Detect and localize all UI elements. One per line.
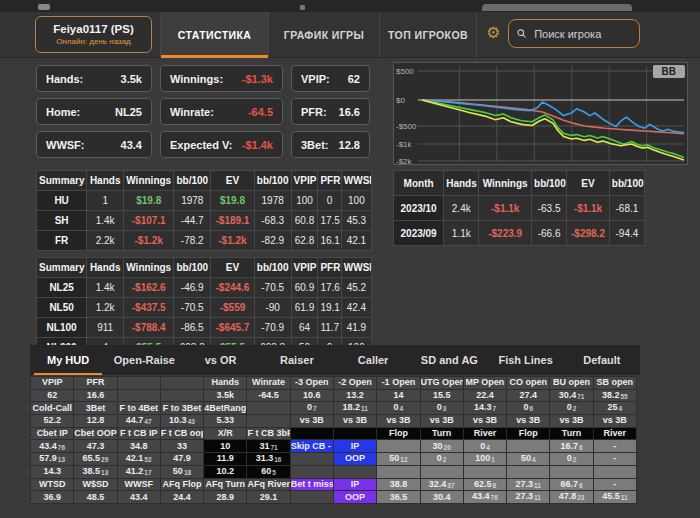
summary-row: NL501.2k-$437.5-70.5-$559-9061.919.142.4: [37, 298, 372, 318]
hud-cell: Winrate: [247, 377, 290, 390]
hud-cell: 07: [290, 402, 333, 415]
hud-cell: 02: [550, 402, 593, 415]
table-cell: -78.2: [174, 231, 211, 251]
hud-cell: River: [463, 427, 506, 440]
hud-tab-caller[interactable]: Caller: [335, 345, 411, 375]
tab-game-graph[interactable]: ГРАФИК ИГРЫ: [269, 12, 380, 57]
hud-cell: 254: [593, 402, 636, 415]
hud-cell: 65.529: [74, 453, 117, 466]
summary-row: FR2.2k-$1.2k-78.2-$1.2k-82.962.816.142.1: [37, 231, 372, 251]
stat-box-pfr: PFR:16.6: [291, 98, 370, 125]
hud-cell: 62.58: [463, 478, 506, 491]
hud-cell: OOP: [333, 453, 376, 466]
column-header: Hands: [87, 258, 124, 278]
hud-cell: Turn: [420, 427, 463, 440]
column-header: Hands: [444, 171, 479, 196]
hud-cell: Skip CB - F: [290, 440, 333, 453]
hud-cell: 22.4: [463, 389, 506, 402]
hud-tab-open-raise[interactable]: Open-Raise: [106, 345, 182, 375]
hud-cell-empty: [247, 402, 290, 415]
table-cell: -$788.4: [124, 318, 174, 338]
hud-cell-empty: [377, 440, 420, 453]
header-bar: Feiya0117 (PS) Онлайн: день назад СТАТИС…: [0, 12, 700, 58]
table-cell: -70.9: [254, 318, 291, 338]
tab-top-players[interactable]: ТОП ИГРОКОВ: [380, 12, 477, 57]
stat-value: -$1.4k: [242, 139, 273, 151]
hud-cell: 38.8: [377, 478, 420, 491]
hud-cell: 43.476: [463, 491, 506, 504]
hud-cell: vs 3B: [507, 415, 550, 428]
hud-cell-empty: [290, 491, 333, 504]
row-label: NL100: [37, 318, 87, 338]
column-header: VPIP: [291, 258, 318, 278]
search-input[interactable]: [532, 27, 631, 41]
hud-cell: 33: [160, 440, 203, 453]
hud-cell: Turn: [550, 427, 593, 440]
player-card[interactable]: Feiya0117 (PS) Онлайн: день назад: [35, 16, 152, 53]
hud-cell: 27.4: [507, 389, 550, 402]
table-cell: -68.3: [254, 211, 291, 231]
table-cell: 100: [341, 191, 371, 211]
table-cell: 100: [291, 191, 318, 211]
hud-cell: AFq Turn: [204, 478, 247, 491]
table-cell: -82.9: [254, 231, 291, 251]
hud-cell: Hands: [204, 377, 247, 390]
hud-cell: WWSF: [117, 478, 160, 491]
hud-cell: Bet t miss: [290, 478, 333, 491]
hud-cell-empty: [333, 427, 376, 440]
hud-cell: CO open: [507, 377, 550, 390]
stats-panel: Hands:3.5kWinnings:-$1.3kVPIP:62Home:NL2…: [36, 65, 370, 158]
table-cell: 45.3: [341, 211, 371, 231]
table-cell: 1978: [254, 191, 291, 211]
top-strip: [0, 0, 700, 12]
column-header: bb/100: [174, 258, 211, 278]
hud-cell: 5018: [160, 465, 203, 478]
table-cell: 0: [318, 191, 341, 211]
search-icon: [517, 28, 526, 39]
hud-tab-sd-and-ag[interactable]: SD and AG: [411, 345, 487, 375]
table-cell: 16.1: [318, 231, 341, 251]
summary-row: HU1$19.81978$19.819781000100: [37, 191, 372, 211]
hud-row: 6216.63.5k-64.510.613.21415.522.427.430.…: [31, 389, 637, 402]
data-table: SummaryHandsWinningsbb/100EVbb/100VPIPPF…: [36, 257, 372, 358]
hud-cell: 41.217: [117, 465, 160, 478]
table-cell: 17.6: [318, 278, 341, 298]
stat-value: 3.5k: [121, 73, 142, 85]
table-cell: -$1.1k: [567, 196, 610, 221]
hud-tab-fish-lines[interactable]: Fish Lines: [488, 345, 564, 375]
search-box[interactable]: [508, 19, 640, 48]
hud-cell: vs 3B: [333, 415, 376, 428]
y-axis-tick-label: -$500: [396, 122, 417, 131]
player-status: Онлайн: день назад: [56, 37, 131, 47]
window-searchbar-fragment: [482, 4, 632, 11]
hud-cell-empty: [290, 465, 333, 478]
stat-label: Winrate:: [170, 106, 214, 118]
hud-tab-default[interactable]: Default: [564, 345, 640, 375]
hud-cell: River: [593, 427, 636, 440]
column-header: EV: [211, 258, 255, 278]
hud-cell: 57.913: [31, 453, 74, 466]
hud-tab-vs-or[interactable]: vs OR: [183, 345, 259, 375]
hud-cell: 14.3: [31, 465, 74, 478]
hud-cell: 3020: [420, 440, 463, 453]
table-cell: -$244.6: [211, 278, 255, 298]
column-header: Month: [394, 171, 444, 196]
hud-cell: 02: [550, 453, 593, 466]
column-header: Summary: [37, 258, 87, 278]
table-cell: 1.4k: [87, 278, 124, 298]
hud-tab-my-hud[interactable]: My HUD: [30, 345, 106, 375]
hud-cell: 02: [420, 453, 463, 466]
hud-cell: AFq River: [247, 478, 290, 491]
row-label: NL25: [37, 278, 87, 298]
bb-toggle-button[interactable]: BB: [653, 65, 685, 78]
hud-tab-raiser[interactable]: Raiser: [259, 345, 335, 375]
hud-cell: vs 3B: [550, 415, 593, 428]
settings-gear-icon[interactable]: ⚙: [486, 23, 500, 42]
table-cell: -94.4: [609, 221, 644, 246]
tab-statistics[interactable]: СТАТИСТИКА: [160, 12, 269, 57]
summary-row: NL251.4k-$162.6-46.9-$244.6-70.560.917.6…: [37, 278, 372, 298]
hud-cell: F to 3Bet: [160, 402, 203, 415]
table-cell: -68.1: [609, 196, 644, 221]
hud-row: 52.212.844.74710.3435.33vs 3Bvs 3Bvs 3Bv…: [31, 415, 637, 428]
table-cell: 1.4k: [87, 211, 124, 231]
